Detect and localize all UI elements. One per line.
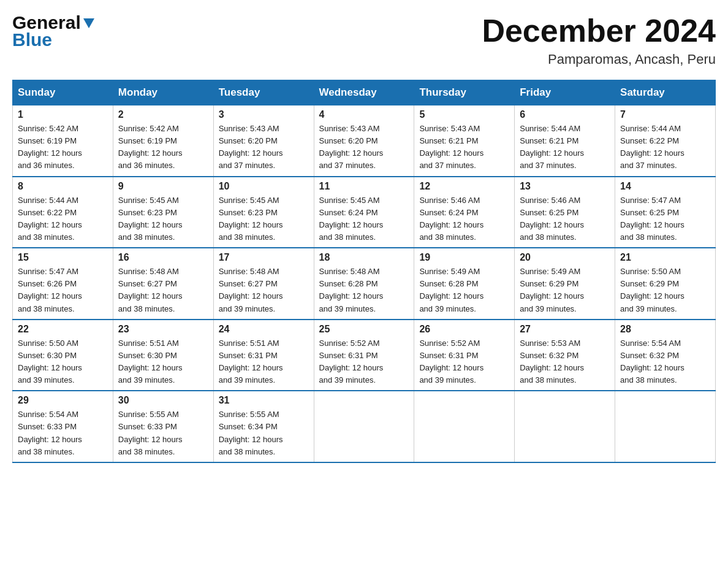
calendar-cell: 4 Sunrise: 5:43 AM Sunset: 6:20 PM Dayli… [314, 105, 414, 177]
day-number: 1 [18, 109, 108, 120]
day-info: Sunrise: 5:55 AM Sunset: 6:33 PM Dayligh… [118, 408, 208, 458]
calendar-cell: 8 Sunrise: 5:44 AM Sunset: 6:22 PM Dayli… [13, 177, 113, 248]
day-info: Sunrise: 5:42 AM Sunset: 6:19 PM Dayligh… [118, 123, 208, 172]
calendar-cell: 19 Sunrise: 5:49 AM Sunset: 6:28 PM Dayl… [414, 248, 515, 320]
day-number: 9 [118, 181, 208, 192]
calendar-cell: 29 Sunrise: 5:54 AM Sunset: 6:33 PM Dayl… [13, 391, 113, 462]
calendar-cell [414, 391, 515, 462]
logo: General Blue [12, 12, 96, 50]
day-number: 13 [520, 181, 610, 192]
column-header-tuesday: Tuesday [213, 80, 314, 105]
day-number: 18 [319, 252, 409, 263]
day-info: Sunrise: 5:52 AM Sunset: 6:31 PM Dayligh… [319, 337, 409, 387]
day-number: 16 [118, 252, 208, 263]
calendar-cell: 12 Sunrise: 5:46 AM Sunset: 6:24 PM Dayl… [414, 177, 515, 248]
calendar-cell: 31 Sunrise: 5:55 AM Sunset: 6:34 PM Dayl… [213, 391, 314, 462]
day-info: Sunrise: 5:52 AM Sunset: 6:31 PM Dayligh… [419, 337, 509, 387]
column-header-sunday: Sunday [13, 80, 113, 105]
calendar-cell: 22 Sunrise: 5:50 AM Sunset: 6:30 PM Dayl… [13, 320, 113, 391]
day-number: 6 [520, 109, 610, 120]
day-number: 3 [219, 109, 309, 120]
day-number: 24 [219, 324, 309, 335]
day-number: 14 [620, 181, 710, 192]
day-info: Sunrise: 5:49 AM Sunset: 6:29 PM Dayligh… [520, 266, 610, 315]
logo-blue-text: Blue [12, 29, 52, 50]
day-number: 31 [219, 395, 309, 406]
day-info: Sunrise: 5:44 AM Sunset: 6:22 PM Dayligh… [18, 194, 108, 244]
day-info: Sunrise: 5:48 AM Sunset: 6:27 PM Dayligh… [219, 266, 309, 315]
day-info: Sunrise: 5:51 AM Sunset: 6:31 PM Dayligh… [219, 337, 309, 387]
calendar-week-row: 1 Sunrise: 5:42 AM Sunset: 6:19 PM Dayli… [13, 105, 716, 177]
column-header-friday: Friday [515, 80, 615, 105]
calendar-cell: 25 Sunrise: 5:52 AM Sunset: 6:31 PM Dayl… [314, 320, 414, 391]
calendar-cell [615, 391, 716, 462]
calendar-cell: 26 Sunrise: 5:52 AM Sunset: 6:31 PM Dayl… [414, 320, 515, 391]
calendar-cell: 30 Sunrise: 5:55 AM Sunset: 6:33 PM Dayl… [113, 391, 213, 462]
day-number: 26 [419, 324, 509, 335]
calendar-cell [314, 391, 414, 462]
calendar-week-row: 15 Sunrise: 5:47 AM Sunset: 6:26 PM Dayl… [13, 248, 716, 320]
day-number: 22 [18, 324, 108, 335]
column-header-monday: Monday [113, 80, 213, 105]
day-number: 20 [520, 252, 610, 263]
day-number: 10 [219, 181, 309, 192]
title-block: December 2024 Pamparomas, Ancash, Peru [482, 12, 716, 67]
day-number: 8 [18, 181, 108, 192]
calendar-cell: 24 Sunrise: 5:51 AM Sunset: 6:31 PM Dayl… [213, 320, 314, 391]
day-info: Sunrise: 5:44 AM Sunset: 6:21 PM Dayligh… [520, 123, 610, 172]
day-info: Sunrise: 5:47 AM Sunset: 6:26 PM Dayligh… [18, 266, 108, 315]
column-header-wednesday: Wednesday [314, 80, 414, 105]
calendar-cell: 18 Sunrise: 5:48 AM Sunset: 6:28 PM Dayl… [314, 248, 414, 320]
calendar-cell: 15 Sunrise: 5:47 AM Sunset: 6:26 PM Dayl… [13, 248, 113, 320]
calendar-cell: 9 Sunrise: 5:45 AM Sunset: 6:23 PM Dayli… [113, 177, 213, 248]
calendar-cell: 28 Sunrise: 5:54 AM Sunset: 6:32 PM Dayl… [615, 320, 716, 391]
day-number: 15 [18, 252, 108, 263]
day-info: Sunrise: 5:48 AM Sunset: 6:28 PM Dayligh… [319, 266, 409, 315]
svg-marker-0 [83, 18, 94, 28]
day-info: Sunrise: 5:55 AM Sunset: 6:34 PM Dayligh… [219, 408, 309, 458]
day-info: Sunrise: 5:45 AM Sunset: 6:23 PM Dayligh… [118, 194, 208, 244]
calendar-cell: 11 Sunrise: 5:45 AM Sunset: 6:24 PM Dayl… [314, 177, 414, 248]
day-info: Sunrise: 5:45 AM Sunset: 6:23 PM Dayligh… [219, 194, 309, 244]
column-header-saturday: Saturday [615, 80, 716, 105]
day-number: 29 [18, 395, 108, 406]
logo-triangle-icon [82, 16, 96, 32]
day-number: 25 [319, 324, 409, 335]
month-title: December 2024 [482, 12, 716, 49]
day-info: Sunrise: 5:43 AM Sunset: 6:20 PM Dayligh… [319, 123, 409, 172]
day-number: 28 [620, 324, 710, 335]
day-info: Sunrise: 5:46 AM Sunset: 6:25 PM Dayligh… [520, 194, 610, 244]
day-info: Sunrise: 5:45 AM Sunset: 6:24 PM Dayligh… [319, 194, 409, 244]
day-info: Sunrise: 5:46 AM Sunset: 6:24 PM Dayligh… [419, 194, 509, 244]
day-info: Sunrise: 5:51 AM Sunset: 6:30 PM Dayligh… [118, 337, 208, 387]
calendar-cell: 14 Sunrise: 5:47 AM Sunset: 6:25 PM Dayl… [615, 177, 716, 248]
calendar-cell [515, 391, 615, 462]
calendar-week-row: 29 Sunrise: 5:54 AM Sunset: 6:33 PM Dayl… [13, 391, 716, 462]
day-info: Sunrise: 5:42 AM Sunset: 6:19 PM Dayligh… [18, 123, 108, 172]
calendar-cell: 2 Sunrise: 5:42 AM Sunset: 6:19 PM Dayli… [113, 105, 213, 177]
day-number: 23 [118, 324, 208, 335]
day-number: 19 [419, 252, 509, 263]
calendar-table: SundayMondayTuesdayWednesdayThursdayFrid… [12, 80, 716, 463]
day-number: 12 [419, 181, 509, 192]
calendar-cell: 27 Sunrise: 5:53 AM Sunset: 6:32 PM Dayl… [515, 320, 615, 391]
calendar-cell: 5 Sunrise: 5:43 AM Sunset: 6:21 PM Dayli… [414, 105, 515, 177]
day-number: 2 [118, 109, 208, 120]
calendar-week-row: 8 Sunrise: 5:44 AM Sunset: 6:22 PM Dayli… [13, 177, 716, 248]
calendar-cell: 1 Sunrise: 5:42 AM Sunset: 6:19 PM Dayli… [13, 105, 113, 177]
calendar-header-row: SundayMondayTuesdayWednesdayThursdayFrid… [13, 80, 716, 105]
column-header-thursday: Thursday [414, 80, 515, 105]
day-info: Sunrise: 5:54 AM Sunset: 6:32 PM Dayligh… [620, 337, 710, 387]
calendar-cell: 7 Sunrise: 5:44 AM Sunset: 6:22 PM Dayli… [615, 105, 716, 177]
day-number: 7 [620, 109, 710, 120]
day-number: 21 [620, 252, 710, 263]
day-info: Sunrise: 5:54 AM Sunset: 6:33 PM Dayligh… [18, 408, 108, 458]
calendar-cell: 10 Sunrise: 5:45 AM Sunset: 6:23 PM Dayl… [213, 177, 314, 248]
day-number: 30 [118, 395, 208, 406]
page-header: General Blue December 2024 Pamparomas, A… [12, 12, 716, 67]
calendar-week-row: 22 Sunrise: 5:50 AM Sunset: 6:30 PM Dayl… [13, 320, 716, 391]
day-info: Sunrise: 5:44 AM Sunset: 6:22 PM Dayligh… [620, 123, 710, 172]
calendar-cell: 23 Sunrise: 5:51 AM Sunset: 6:30 PM Dayl… [113, 320, 213, 391]
day-info: Sunrise: 5:43 AM Sunset: 6:21 PM Dayligh… [419, 123, 509, 172]
day-number: 17 [219, 252, 309, 263]
